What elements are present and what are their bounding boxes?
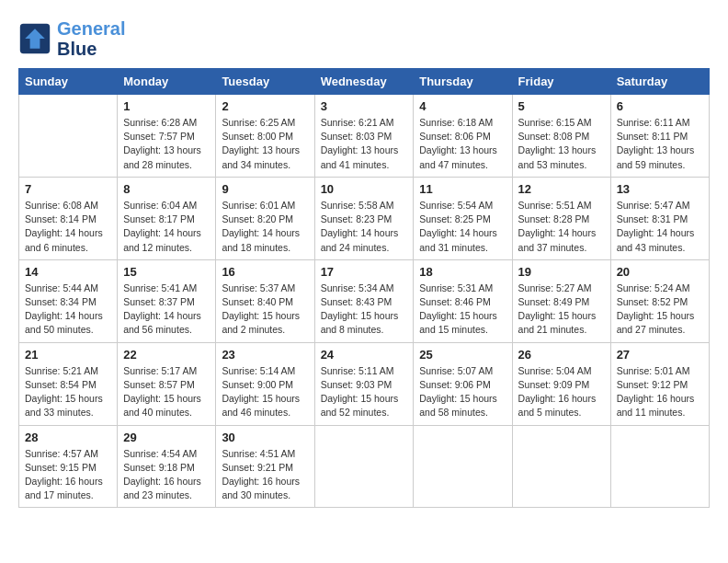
day-number: 5 — [518, 99, 605, 113]
day-number: 15 — [123, 265, 210, 279]
day-number: 30 — [222, 431, 308, 444]
day-info: Sunrise: 6:11 AM Sunset: 8:11 PM Dayligh… — [617, 116, 703, 172]
day-cell — [610, 425, 709, 508]
day-cell: 16Sunrise: 5:37 AM Sunset: 8:40 PM Dayli… — [216, 259, 314, 342]
day-number: 7 — [25, 182, 111, 196]
day-cell: 18Sunrise: 5:31 AM Sunset: 8:46 PM Dayli… — [414, 259, 512, 342]
day-number: 27 — [617, 348, 703, 362]
day-info: Sunrise: 5:37 AM Sunset: 8:40 PM Dayligh… — [222, 282, 308, 338]
logo-icon — [18, 22, 51, 55]
col-header-monday: Monday — [118, 69, 216, 95]
day-number: 25 — [419, 348, 506, 362]
day-cell: 21Sunrise: 5:21 AM Sunset: 8:54 PM Dayli… — [19, 342, 118, 425]
day-cell — [414, 425, 512, 508]
day-cell: 29Sunrise: 4:54 AM Sunset: 9:18 PM Dayli… — [118, 425, 216, 508]
day-number: 20 — [617, 265, 703, 279]
day-cell: 20Sunrise: 5:24 AM Sunset: 8:52 PM Dayli… — [610, 259, 709, 342]
col-header-friday: Friday — [512, 69, 610, 95]
col-header-saturday: Saturday — [610, 69, 709, 95]
day-cell: 8Sunrise: 6:04 AM Sunset: 8:17 PM Daylig… — [118, 177, 216, 259]
day-cell: 9Sunrise: 6:01 AM Sunset: 8:20 PM Daylig… — [216, 177, 314, 259]
header: General Blue — [18, 18, 710, 59]
day-number: 23 — [222, 348, 308, 362]
day-number: 24 — [321, 348, 408, 362]
day-info: Sunrise: 5:58 AM Sunset: 8:23 PM Dayligh… — [321, 199, 408, 255]
day-info: Sunrise: 5:31 AM Sunset: 8:46 PM Dayligh… — [419, 282, 506, 338]
day-info: Sunrise: 5:51 AM Sunset: 8:28 PM Dayligh… — [518, 199, 605, 255]
day-cell: 17Sunrise: 5:34 AM Sunset: 8:43 PM Dayli… — [314, 259, 414, 342]
day-cell: 1Sunrise: 6:28 AM Sunset: 7:57 PM Daylig… — [118, 95, 216, 178]
day-cell — [314, 425, 414, 508]
day-info: Sunrise: 4:57 AM Sunset: 9:15 PM Dayligh… — [25, 447, 111, 503]
column-headers: SundayMondayTuesdayWednesdayThursdayFrid… — [19, 69, 710, 95]
day-number: 22 — [123, 348, 210, 362]
day-number: 9 — [222, 182, 308, 196]
day-number: 18 — [419, 265, 506, 279]
day-number: 12 — [518, 182, 605, 196]
day-number: 29 — [123, 431, 210, 444]
day-number: 8 — [123, 182, 210, 196]
day-info: Sunrise: 5:01 AM Sunset: 9:12 PM Dayligh… — [617, 364, 703, 420]
day-number: 1 — [123, 99, 210, 113]
day-info: Sunrise: 6:28 AM Sunset: 7:57 PM Dayligh… — [123, 116, 210, 172]
day-cell: 19Sunrise: 5:27 AM Sunset: 8:49 PM Dayli… — [512, 259, 610, 342]
calendar-table: SundayMondayTuesdayWednesdayThursdayFrid… — [18, 68, 710, 508]
day-cell: 13Sunrise: 5:47 AM Sunset: 8:31 PM Dayli… — [610, 177, 709, 259]
day-number: 17 — [321, 265, 408, 279]
day-cell: 15Sunrise: 5:41 AM Sunset: 8:37 PM Dayli… — [118, 259, 216, 342]
logo: General Blue — [18, 18, 125, 59]
col-header-tuesday: Tuesday — [216, 69, 314, 95]
day-number: 26 — [518, 348, 605, 362]
day-number: 3 — [321, 99, 408, 113]
logo-text: General Blue — [57, 18, 125, 59]
day-info: Sunrise: 5:41 AM Sunset: 8:37 PM Dayligh… — [123, 282, 210, 338]
day-info: Sunrise: 4:51 AM Sunset: 9:21 PM Dayligh… — [222, 447, 308, 503]
day-info: Sunrise: 6:01 AM Sunset: 8:20 PM Dayligh… — [222, 199, 308, 255]
day-info: Sunrise: 6:15 AM Sunset: 8:08 PM Dayligh… — [518, 116, 605, 172]
day-info: Sunrise: 5:14 AM Sunset: 9:00 PM Dayligh… — [222, 364, 308, 420]
day-info: Sunrise: 5:11 AM Sunset: 9:03 PM Dayligh… — [321, 364, 408, 420]
day-info: Sunrise: 6:18 AM Sunset: 8:06 PM Dayligh… — [419, 116, 506, 172]
day-cell: 27Sunrise: 5:01 AM Sunset: 9:12 PM Dayli… — [610, 342, 709, 425]
day-number: 6 — [617, 99, 703, 113]
day-number: 19 — [518, 265, 605, 279]
col-header-sunday: Sunday — [19, 69, 118, 95]
day-cell — [512, 425, 610, 508]
day-cell: 6Sunrise: 6:11 AM Sunset: 8:11 PM Daylig… — [610, 95, 709, 178]
day-info: Sunrise: 5:21 AM Sunset: 8:54 PM Dayligh… — [25, 364, 111, 420]
day-info: Sunrise: 5:44 AM Sunset: 8:34 PM Dayligh… — [25, 282, 111, 338]
day-cell: 25Sunrise: 5:07 AM Sunset: 9:06 PM Dayli… — [414, 342, 512, 425]
week-row-4: 21Sunrise: 5:21 AM Sunset: 8:54 PM Dayli… — [19, 342, 710, 425]
day-info: Sunrise: 6:25 AM Sunset: 8:00 PM Dayligh… — [222, 116, 308, 172]
day-cell: 10Sunrise: 5:58 AM Sunset: 8:23 PM Dayli… — [314, 177, 414, 259]
col-header-wednesday: Wednesday — [314, 69, 414, 95]
week-row-5: 28Sunrise: 4:57 AM Sunset: 9:15 PM Dayli… — [19, 425, 710, 508]
day-cell — [19, 95, 118, 178]
day-info: Sunrise: 5:34 AM Sunset: 8:43 PM Dayligh… — [321, 282, 408, 338]
day-info: Sunrise: 5:17 AM Sunset: 8:57 PM Dayligh… — [123, 364, 210, 420]
week-row-3: 14Sunrise: 5:44 AM Sunset: 8:34 PM Dayli… — [19, 259, 710, 342]
day-cell: 12Sunrise: 5:51 AM Sunset: 8:28 PM Dayli… — [512, 177, 610, 259]
calendar-body: 1Sunrise: 6:28 AM Sunset: 7:57 PM Daylig… — [19, 95, 710, 508]
week-row-2: 7Sunrise: 6:08 AM Sunset: 8:14 PM Daylig… — [19, 177, 710, 259]
day-cell: 14Sunrise: 5:44 AM Sunset: 8:34 PM Dayli… — [19, 259, 118, 342]
day-info: Sunrise: 5:54 AM Sunset: 8:25 PM Dayligh… — [419, 199, 506, 255]
day-info: Sunrise: 5:47 AM Sunset: 8:31 PM Dayligh… — [617, 199, 703, 255]
day-cell: 26Sunrise: 5:04 AM Sunset: 9:09 PM Dayli… — [512, 342, 610, 425]
day-cell: 3Sunrise: 6:21 AM Sunset: 8:03 PM Daylig… — [314, 95, 414, 178]
day-info: Sunrise: 6:04 AM Sunset: 8:17 PM Dayligh… — [123, 199, 210, 255]
day-number: 13 — [617, 182, 703, 196]
day-number: 16 — [222, 265, 308, 279]
day-number: 4 — [419, 99, 506, 113]
day-cell: 30Sunrise: 4:51 AM Sunset: 9:21 PM Dayli… — [216, 425, 314, 508]
day-number: 2 — [222, 99, 308, 113]
day-number: 28 — [25, 431, 111, 444]
day-cell: 2Sunrise: 6:25 AM Sunset: 8:00 PM Daylig… — [216, 95, 314, 178]
day-cell: 22Sunrise: 5:17 AM Sunset: 8:57 PM Dayli… — [118, 342, 216, 425]
day-cell: 28Sunrise: 4:57 AM Sunset: 9:15 PM Dayli… — [19, 425, 118, 508]
day-cell: 5Sunrise: 6:15 AM Sunset: 8:08 PM Daylig… — [512, 95, 610, 178]
day-cell: 23Sunrise: 5:14 AM Sunset: 9:00 PM Dayli… — [216, 342, 314, 425]
day-cell: 7Sunrise: 6:08 AM Sunset: 8:14 PM Daylig… — [19, 177, 118, 259]
day-info: Sunrise: 5:24 AM Sunset: 8:52 PM Dayligh… — [617, 282, 703, 338]
col-header-thursday: Thursday — [414, 69, 512, 95]
